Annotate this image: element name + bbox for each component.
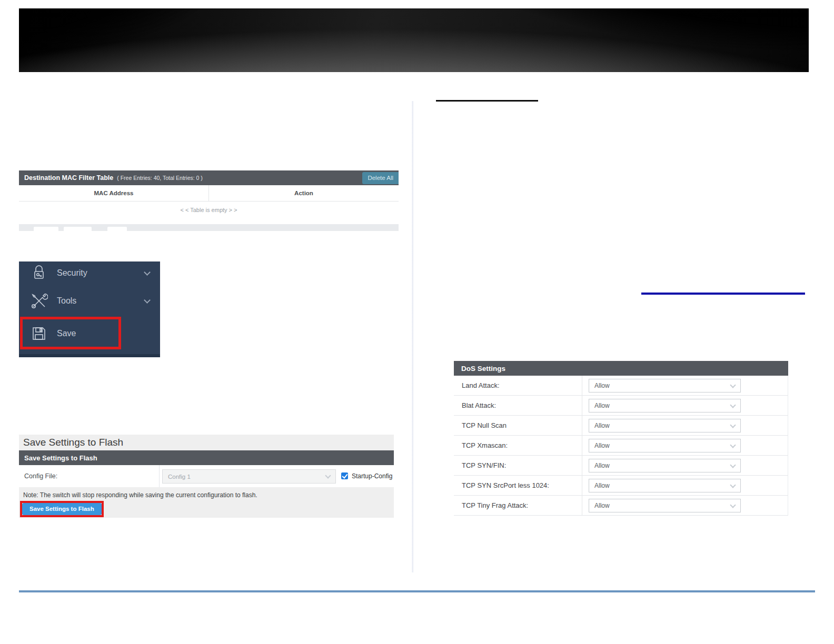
- tcp-xmascan-dropdown[interactable]: Allow: [589, 439, 741, 452]
- cell-divider: [582, 496, 582, 515]
- dropdown-selected-value: Allow: [594, 502, 610, 509]
- column-divider: [412, 101, 413, 572]
- tcp-tiny-frag-dropdown[interactable]: Allow: [589, 499, 741, 512]
- sidebar-item-tools[interactable]: Tools: [19, 285, 160, 317]
- note-and-button-area: Note: The switch will stop responding wh…: [19, 487, 394, 518]
- table-row: TCP Xmascan: Allow: [454, 436, 788, 456]
- table-row: TCP Null Scan Allow: [454, 416, 788, 436]
- cell-divider: [582, 376, 582, 395]
- note-text: Note: The switch will stop responding wh…: [19, 487, 394, 499]
- chevron-down-icon: [144, 297, 151, 304]
- pagination-ghost-button: [64, 227, 92, 232]
- dos-row-label: TCP SYN SrcPort less 1024:: [462, 476, 549, 495]
- highlight-box-button: Save Settings to Flash: [20, 501, 104, 517]
- dos-settings-header: DoS Settings: [454, 361, 788, 376]
- config-file-dropdown[interactable]: Config 1: [162, 469, 336, 484]
- cell-divider: [582, 436, 582, 455]
- table-row: TCP SYN/FIN: Allow: [454, 456, 788, 476]
- chevron-down-icon: [325, 472, 331, 478]
- pagination-ghost-bar: [19, 224, 399, 231]
- pagination-ghost-button: [107, 227, 127, 232]
- startup-config-label: Startup-Config: [352, 465, 392, 487]
- pagination-ghost-button: [34, 227, 58, 232]
- column-header-action: Action: [208, 185, 399, 201]
- chevron-down-icon: [730, 482, 736, 488]
- mac-table-entries-info: ( Free Entries: 40, Total Entries: 0 ): [117, 175, 203, 181]
- tcp-syn-srcport-dropdown[interactable]: Allow: [589, 479, 741, 492]
- lock-icon: [29, 265, 48, 281]
- table-row: TCP Tiny Frag Attack: Allow: [454, 496, 788, 516]
- footer-rule: [19, 590, 815, 592]
- delete-all-button[interactable]: Delete All: [362, 172, 399, 184]
- chevron-down-icon: [730, 462, 736, 468]
- sidebar-item-label: Tools: [57, 296, 76, 306]
- chevron-down-icon: [730, 402, 736, 408]
- config-file-selected-value: Config 1: [168, 474, 191, 480]
- link-rule-navy: [641, 293, 805, 295]
- heading-rule-black: [436, 100, 538, 102]
- chevron-down-icon: [144, 269, 151, 276]
- sidebar-item-label: Security: [57, 268, 87, 278]
- page-title: Save Settings to Flash: [23, 437, 123, 448]
- dropdown-selected-value: Allow: [594, 482, 610, 489]
- table-row: TCP SYN SrcPort less 1024: Allow: [454, 476, 788, 496]
- dos-row-label: TCP Xmascan:: [462, 436, 508, 455]
- page-title-band: Save Settings to Flash: [19, 435, 394, 450]
- dos-row-label: Land Attack:: [462, 376, 500, 395]
- tcp-syn-fin-dropdown[interactable]: Allow: [589, 459, 741, 472]
- cell-divider: [582, 476, 582, 495]
- blat-attack-dropdown[interactable]: Allow: [589, 399, 741, 412]
- column-header-mac-address: MAC Address: [19, 185, 208, 201]
- dos-settings-table: DoS Settings Land Attack: Allow Blat Att…: [454, 361, 788, 516]
- mac-table-column-headers: MAC Address Action: [19, 185, 399, 202]
- table-empty-message: < < Table is empty > >: [19, 202, 399, 218]
- panel-header: Save Settings to Flash: [19, 450, 394, 465]
- cell-divider: [582, 416, 582, 435]
- dos-row-label: TCP Null Scan: [462, 416, 507, 435]
- sidebar-item-security[interactable]: Security: [19, 261, 160, 285]
- dropdown-selected-value: Allow: [594, 382, 610, 389]
- chevron-down-icon: [730, 382, 736, 388]
- table-row: Blat Attack: Allow: [454, 396, 788, 416]
- startup-config-checkbox[interactable]: [341, 472, 348, 479]
- cell-divider: [582, 456, 582, 475]
- chevron-down-icon: [730, 422, 736, 428]
- tools-icon: [29, 292, 48, 310]
- mac-table-header: Destination MAC Filter Table ( Free Entr…: [19, 170, 399, 185]
- chevron-down-icon: [730, 502, 736, 508]
- tcp-null-scan-dropdown[interactable]: Allow: [589, 419, 741, 432]
- land-attack-dropdown[interactable]: Allow: [589, 379, 741, 393]
- dropdown-selected-value: Allow: [594, 442, 610, 449]
- dropdown-selected-value: Allow: [594, 402, 610, 409]
- dropdown-selected-value: Allow: [594, 422, 610, 429]
- header-banner-image: [19, 8, 809, 72]
- config-file-row: Config File: Config 1 Startup-Config: [19, 465, 394, 487]
- dos-row-label: TCP Tiny Frag Attack:: [462, 496, 528, 515]
- save-settings-section: Save Settings to Flash Save Settings to …: [19, 435, 394, 518]
- chevron-down-icon: [730, 442, 736, 448]
- config-file-label: Config File:: [19, 465, 160, 487]
- table-row: Land Attack: Allow: [454, 376, 788, 396]
- destination-mac-filter-table: Destination MAC Filter Table ( Free Entr…: [19, 170, 399, 231]
- dos-row-label: TCP SYN/FIN:: [462, 456, 506, 475]
- save-settings-to-flash-button[interactable]: Save Settings to Flash: [22, 503, 102, 515]
- dos-row-label: Blat Attack:: [462, 396, 496, 415]
- highlight-box-save: [20, 317, 121, 349]
- cell-divider: [582, 396, 582, 415]
- dropdown-selected-value: Allow: [594, 462, 610, 469]
- mac-table-title: Destination MAC Filter Table: [24, 174, 113, 182]
